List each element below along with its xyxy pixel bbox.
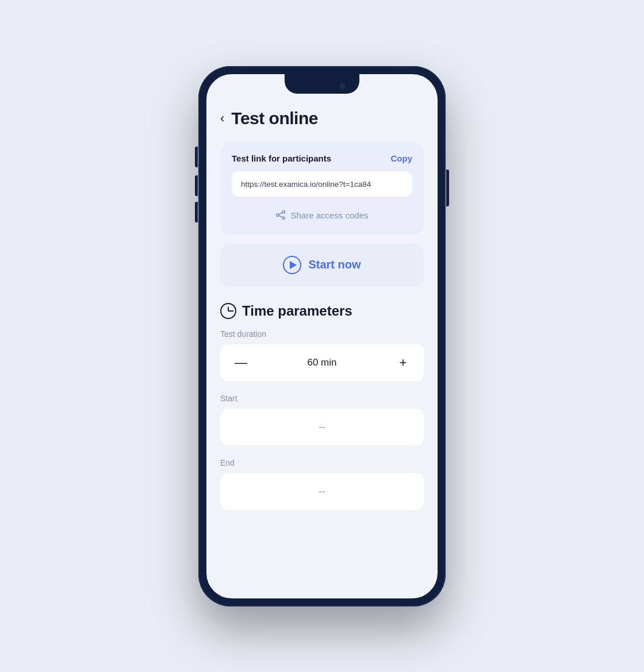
share-icon xyxy=(275,210,286,220)
play-icon xyxy=(283,256,301,274)
back-button[interactable]: ‹ xyxy=(220,112,224,125)
play-triangle xyxy=(290,261,297,269)
start-time-input[interactable]: -- xyxy=(220,409,424,446)
end-label-field: End xyxy=(220,458,424,467)
svg-point-0 xyxy=(283,210,285,213)
svg-point-1 xyxy=(283,217,285,219)
clock-hand-minute xyxy=(228,310,233,312)
phone-screen: ‹ Test online Test link for participants… xyxy=(206,74,438,598)
phone-notch xyxy=(285,74,359,94)
end-time-value: -- xyxy=(319,486,325,497)
start-time-value: -- xyxy=(319,421,325,433)
decrease-duration-button[interactable]: — xyxy=(232,354,250,372)
screen-content: ‹ Test online Test link for participants… xyxy=(206,74,438,598)
card-label: Test link for participants xyxy=(232,153,331,163)
duration-label: Test duration xyxy=(220,329,424,339)
page-title: Test online xyxy=(231,109,318,128)
share-label: Share access codes xyxy=(290,210,368,220)
copy-button[interactable]: Copy xyxy=(391,153,413,163)
test-link-card: Test link for participants Copy https://… xyxy=(220,142,424,235)
section-title: Time parameters xyxy=(242,303,352,319)
share-access-codes-button[interactable]: Share access codes xyxy=(232,205,412,226)
svg-point-2 xyxy=(277,214,279,216)
start-label-field: Start xyxy=(220,394,424,403)
link-box: https://test.examica.io/online?t=1ca84 xyxy=(232,171,412,197)
page-wrapper: ‹ Test online Test link for participants… xyxy=(0,0,644,672)
duration-control: — 60 min + xyxy=(220,344,424,381)
card-header: Test link for participants Copy xyxy=(232,153,412,163)
end-time-input[interactable]: -- xyxy=(220,473,424,510)
svg-line-4 xyxy=(279,216,283,217)
start-now-button[interactable]: Start now xyxy=(220,243,424,287)
section-header: Time parameters xyxy=(220,303,424,319)
increase-duration-button[interactable]: + xyxy=(394,354,412,372)
link-url-text: https://test.examica.io/online?t=1ca84 xyxy=(241,180,371,189)
clock-icon xyxy=(220,303,236,319)
header: ‹ Test online xyxy=(220,109,424,128)
svg-line-3 xyxy=(279,213,283,214)
duration-value: 60 min xyxy=(307,357,336,368)
phone-device: ‹ Test online Test link for participants… xyxy=(198,66,446,606)
notch-camera xyxy=(340,83,346,89)
start-label: Start now xyxy=(308,258,361,271)
